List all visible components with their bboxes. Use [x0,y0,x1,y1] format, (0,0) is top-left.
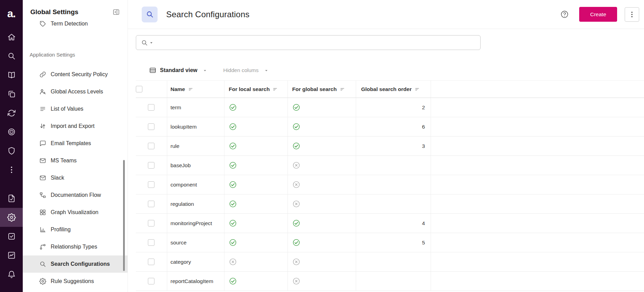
sidebar-item-label: Global Access Levels [51,89,103,95]
check-circle-icon [292,142,300,150]
rail-item-bell[interactable] [0,265,23,284]
cross-circle-icon [292,161,300,169]
row-checkbox[interactable] [148,181,154,188]
import-export-icon [39,123,46,130]
rail-item-shield[interactable] [0,141,23,160]
row-checkbox[interactable] [148,123,154,130]
rail-item-home[interactable] [0,28,23,47]
help-icon[interactable] [560,10,569,19]
rail-item-chart[interactable] [0,246,23,265]
row-name: term [167,98,224,117]
sidebar-item-rule-suggestions[interactable]: Rule Suggestions [23,273,128,290]
header-kebab-button[interactable] [625,7,639,22]
table-row-source[interactable]: source5 [136,233,644,252]
rail-item-task-check[interactable] [0,227,23,246]
sidebar-item-global-access-levels[interactable]: Global Access Levels [23,83,128,100]
row-checkbox[interactable] [148,162,154,169]
row-checkbox[interactable] [148,201,154,207]
search-scope-caret-icon[interactable] [149,40,154,46]
rail-item-file-check[interactable] [0,189,23,208]
tag-icon [39,20,46,27]
column-header-local-search[interactable]: For local search [229,86,270,92]
sidebar-item-email-templates[interactable]: Email Templates [23,135,128,152]
sort-icon[interactable] [273,87,278,92]
sort-icon[interactable] [415,87,420,92]
hidden-columns-dropdown[interactable]: Hidden colums [223,67,269,73]
row-checkbox[interactable] [148,220,154,226]
search-input[interactable] [158,40,476,46]
table-row-component[interactable]: component [136,175,644,194]
table-row-category[interactable]: category [136,252,644,272]
header-actions: Create [560,7,639,22]
sidebar-item-label: Content Security Policy [51,71,108,78]
sidebar-item-ms-teams[interactable]: MS Teams [23,152,128,169]
row-checkbox[interactable] [148,278,154,284]
check-circle-icon [229,161,237,169]
sidebar-item-content-security-policy[interactable]: Content Security Policy [23,66,128,83]
sidebar-item-profiling[interactable]: Profiling [23,221,128,238]
rail-item-book[interactable] [0,66,23,84]
page-title: Search Configurations [166,10,250,19]
check-circle-icon [229,239,237,246]
chart-icon [7,251,16,260]
rail-item-gear[interactable] [0,208,23,227]
table-row-term[interactable]: term2 [136,98,644,117]
cross-circle-icon [292,258,300,266]
table-view-icon [149,67,157,74]
sidebar-item-label: Email Templates [51,140,91,147]
sidebar-item-list-of-values[interactable]: List of Values [23,100,128,118]
row-checkbox[interactable] [148,239,154,246]
search-row [128,29,644,50]
sidebar-item-label: Profiling [51,226,71,233]
table-row-basejob[interactable]: baseJob [136,156,644,175]
column-header-global-search-order[interactable]: Global search order [361,86,412,92]
left-rail: a. [0,0,23,292]
sidebar-item-relationship-types[interactable]: Relationship Types [23,238,128,255]
sidebar-item-import-and-export[interactable]: Import and Export [23,118,128,135]
create-button[interactable]: Create [579,7,617,22]
check-circle-icon [292,123,300,131]
stack-icon [7,90,16,98]
rail-item-stack[interactable] [0,84,23,103]
main-content: Search Configurations Create Standard vi… [128,0,644,292]
table-row-monitoringproject[interactable]: monitoringProject4 [136,214,644,233]
book-icon [7,71,16,79]
collapse-sidebar-icon[interactable] [112,8,120,16]
rail-item-target[interactable] [0,122,23,141]
rail-item-search[interactable] [0,47,23,66]
sidebar-item-search-configurations[interactable]: Search Configurations [23,255,128,273]
sidebar-item-graph-visualization[interactable]: Graph Visualization [23,204,128,221]
table-row-rule[interactable]: rule3 [136,137,644,156]
rail-item-kebab[interactable] [0,160,23,179]
column-header-global-search[interactable]: For global search [292,86,337,92]
sidebar-item-documentation-flow[interactable]: Documentation Flow [23,187,128,204]
rail-item-sync[interactable] [0,103,23,122]
table-row-regulation[interactable]: regulation [136,194,644,214]
sidebar-item-slack[interactable]: Slack [23,169,128,187]
sidebar-scrollbar[interactable] [123,160,125,271]
sidebar-section-label: Application Settings [23,32,128,66]
sort-icon[interactable] [340,87,345,92]
rail-items [0,28,23,284]
view-toolbar: Standard view Hidden colums [128,50,644,74]
column-header-name[interactable]: Name [171,86,185,92]
row-name: baseJob [167,156,224,175]
home-icon [7,33,16,41]
link-icon [39,71,46,78]
row-name: category [167,252,224,272]
page-title-icon [142,7,158,22]
table-row-lookupitem[interactable]: lookupItem6 [136,117,644,137]
view-switcher[interactable]: Standard view [149,67,208,74]
sort-icon[interactable] [188,87,193,92]
kebab-icon [7,165,16,174]
app-logo[interactable]: a. [0,0,23,28]
sidebar-item-term-detection[interactable]: Term Detection [23,19,128,32]
cross-circle-icon [229,258,237,266]
row-checkbox[interactable] [148,143,154,149]
table-row-reportcatalogitem[interactable]: reportCatalogItem [136,272,644,291]
sidebar: Global Settings Term Detection Applicati… [23,0,128,292]
search-icon [7,52,16,60]
row-checkbox[interactable] [148,104,154,111]
select-all-checkbox[interactable] [136,86,142,92]
row-checkbox[interactable] [148,259,154,265]
